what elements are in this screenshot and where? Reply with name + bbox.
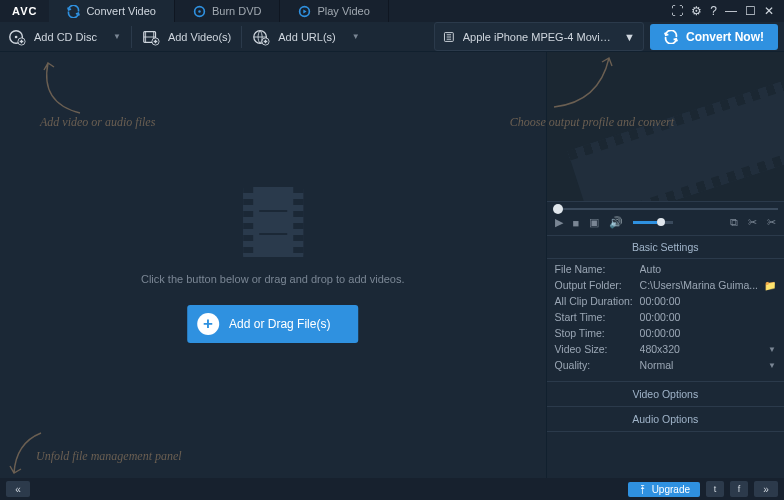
cut-start-icon[interactable]: ✂ xyxy=(748,216,757,229)
convert-icon xyxy=(67,5,80,18)
basic-settings: File Name: Auto Output Folder: C:\Users\… xyxy=(547,259,784,375)
setting-all-clip-duration: All Clip Duration: 00:00:00 xyxy=(547,293,784,309)
play-button[interactable]: ▶ xyxy=(555,216,563,229)
upgrade-icon: ⭱ xyxy=(638,484,648,495)
tab-play-video[interactable]: Play Video xyxy=(280,0,388,22)
seek-bar[interactable] xyxy=(547,202,784,210)
facebook-icon[interactable]: f xyxy=(730,481,748,497)
globe-plus-icon xyxy=(252,28,270,46)
app-logo: AVC xyxy=(0,5,49,17)
stop-button[interactable]: ■ xyxy=(573,217,580,229)
divider xyxy=(241,26,242,48)
video-options-section[interactable]: Video Options xyxy=(547,381,784,407)
film-plus-icon xyxy=(142,28,160,46)
add-files-label: Add or Drag File(s) xyxy=(229,317,330,331)
add-or-drag-files-button[interactable]: + Add or Drag File(s) xyxy=(187,305,358,343)
add-cd-label: Add CD Disc xyxy=(34,31,97,43)
setting-quality[interactable]: Quality: Normal▼ xyxy=(547,357,784,373)
add-urls-button[interactable]: Add URL(s) ▼ xyxy=(244,22,367,51)
chevron-down-icon: ▼ xyxy=(624,31,635,43)
filmstrip-decor-icon xyxy=(568,77,784,202)
setting-file-name[interactable]: File Name: Auto xyxy=(547,261,784,277)
svg-point-4 xyxy=(15,35,18,38)
output-profile-selector[interactable]: Apple iPhone MPEG-4 Movie (*.mp4) ▼ xyxy=(434,22,644,51)
basic-settings-header: Basic Settings xyxy=(547,236,784,259)
help-icon[interactable]: ? xyxy=(710,4,717,18)
divider xyxy=(131,26,132,48)
plus-icon: + xyxy=(197,313,219,335)
add-cd-disc-button[interactable]: Add CD Disc ▼ xyxy=(0,22,129,51)
refresh-icon xyxy=(664,30,678,44)
tab-burn-dvd[interactable]: Burn DVD xyxy=(175,0,281,22)
gear-icon[interactable]: ⚙ xyxy=(691,4,702,18)
profile-label: Apple iPhone MPEG-4 Movie (*.mp4) xyxy=(463,31,616,43)
unfold-panel-button[interactable]: « xyxy=(6,481,30,497)
add-videos-label: Add Video(s) xyxy=(168,31,231,43)
tab-convert-video[interactable]: Convert Video xyxy=(49,0,175,22)
profile-icon xyxy=(443,30,455,44)
convert-now-button[interactable]: Convert Now! xyxy=(650,24,778,50)
setting-output-folder[interactable]: Output Folder: C:\Users\Marina Guima...📁 xyxy=(547,277,784,293)
close-icon[interactable]: ✕ xyxy=(764,4,774,18)
setting-start-time[interactable]: Start Time: 00:00:00 xyxy=(547,309,784,325)
file-list-area[interactable]: Click the button below or drag and drop … xyxy=(0,52,547,478)
film-placeholder-icon xyxy=(243,187,303,257)
add-urls-label: Add URL(s) xyxy=(278,31,335,43)
convert-label: Convert Now! xyxy=(686,30,764,44)
snapshot-button[interactable]: ▣ xyxy=(589,216,599,229)
empty-hint: Click the button below or drag and drop … xyxy=(141,273,405,285)
svg-point-1 xyxy=(198,10,200,12)
add-videos-button[interactable]: Add Video(s) xyxy=(134,22,239,51)
setting-video-size[interactable]: Video Size: 480x320▼ xyxy=(547,341,784,357)
folder-icon[interactable]: 📁 xyxy=(764,280,776,291)
tab-label: Burn DVD xyxy=(212,5,262,17)
audio-options-section[interactable]: Audio Options xyxy=(547,407,784,432)
maximize-icon[interactable]: ☐ xyxy=(745,4,756,18)
link-icon[interactable]: ⧉ xyxy=(730,216,738,229)
tab-label: Convert Video xyxy=(86,5,156,17)
tab-label: Play Video xyxy=(317,5,369,17)
upgrade-button[interactable]: ⭱Upgrade xyxy=(628,482,700,497)
cut-end-icon[interactable]: ✂ xyxy=(767,216,776,229)
volume-slider[interactable] xyxy=(633,221,673,224)
setting-stop-time[interactable]: Stop Time: 00:00:00 xyxy=(547,325,784,341)
minimize-icon[interactable]: — xyxy=(725,4,737,18)
disc-icon xyxy=(193,5,206,18)
volume-icon[interactable]: 🔊 xyxy=(609,216,623,229)
chevron-down-icon[interactable]: ▼ xyxy=(113,32,121,41)
top-tabs: Convert Video Burn DVD Play Video xyxy=(49,0,661,22)
disc-plus-icon xyxy=(8,28,26,46)
screenshot-icon[interactable]: ⛶ xyxy=(671,4,683,18)
twitter-icon[interactable]: t xyxy=(706,481,724,497)
chevron-down-icon[interactable]: ▼ xyxy=(352,32,360,41)
next-button[interactable]: » xyxy=(754,481,778,497)
chevron-down-icon: ▼ xyxy=(768,361,776,370)
chevron-down-icon: ▼ xyxy=(768,345,776,354)
preview-area xyxy=(547,52,784,202)
play-icon xyxy=(298,5,311,18)
